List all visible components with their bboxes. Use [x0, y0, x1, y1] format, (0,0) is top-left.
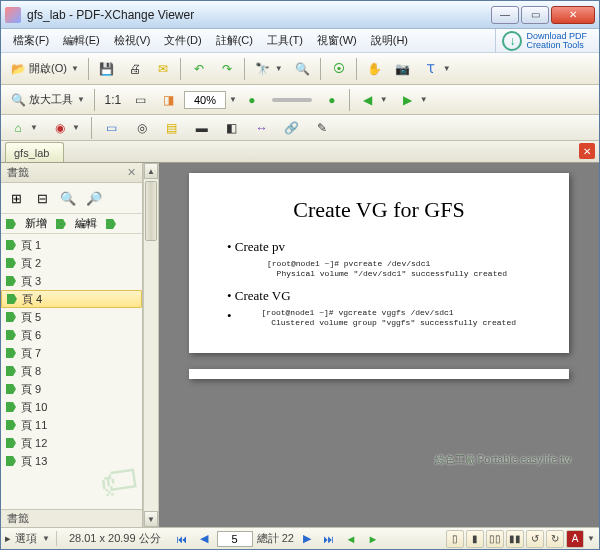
adobe-icon[interactable]: A [566, 530, 584, 548]
bookmark-flag-icon [5, 455, 17, 467]
open-button[interactable]: 📂開啟(O)▼ [5, 57, 84, 81]
ocr-button[interactable]: ⦿ [326, 57, 352, 81]
continuous-facing-button[interactable]: ▮▮ [506, 530, 524, 548]
bookmark-item[interactable]: 頁 11 [1, 416, 142, 434]
download-creation-tools[interactable]: ↓ Download PDFCreation Tools [495, 29, 593, 53]
rect-tool[interactable]: ▭ [99, 116, 125, 140]
bookmark-flag-icon [5, 311, 17, 323]
link-tool[interactable]: 🔗 [279, 116, 305, 140]
prev-view-button[interactable]: ◄ [342, 530, 360, 548]
toolbar-main: 📂開啟(O)▼ 💾 🖨 ✉ ↶ ↷ 🔭▼ 🔍 ⦿ ✋ 📷 Ꚍ▼ [1, 53, 599, 85]
bookmark-item[interactable]: 頁 4 [1, 290, 142, 308]
custom-button[interactable]: ◉▼ [47, 116, 85, 140]
first-page-button[interactable]: ⏮ [173, 530, 191, 548]
menu-edit[interactable]: 編輯(E) [57, 31, 106, 50]
scroll-down-button[interactable]: ▼ [144, 511, 158, 527]
bookmark-item[interactable]: 頁 6 [1, 326, 142, 344]
search-button[interactable]: 🔍 [290, 57, 316, 81]
bookmark-item[interactable]: 頁 10 [1, 398, 142, 416]
continuous-button[interactable]: ▮ [466, 530, 484, 548]
fit-page-button[interactable]: ▭ [128, 88, 154, 112]
actual-size-button[interactable]: 1:1 [100, 88, 126, 112]
callout-tool[interactable]: ◧ [219, 116, 245, 140]
scroll-thumb[interactable] [145, 181, 157, 241]
facing-button[interactable]: ▯▯ [486, 530, 504, 548]
menu-file[interactable]: 檔案(F) [7, 31, 55, 50]
menu-document[interactable]: 文件(D) [158, 31, 207, 50]
bookmark-item[interactable]: 頁 3 [1, 272, 142, 290]
pdf-viewport[interactable]: Create VG for GFS • Create pv [root@node… [159, 163, 599, 527]
bookmark-item[interactable]: 頁 7 [1, 344, 142, 362]
menu-tools[interactable]: 工具(T) [261, 31, 309, 50]
email-button[interactable]: ✉ [150, 57, 176, 81]
collapse-icon[interactable]: ▸ [5, 532, 11, 545]
close-tab-button[interactable]: ✕ [579, 143, 595, 159]
collapse-all-button[interactable]: ⊟ [31, 187, 53, 209]
zoom-out-button[interactable]: ● [239, 88, 265, 112]
snapshot-tool[interactable]: 📷 [390, 57, 416, 81]
nav-fwd-button[interactable]: ▶▼ [395, 88, 433, 112]
maximize-button[interactable]: ▭ [521, 6, 549, 24]
note-tool[interactable]: ▤ [159, 116, 185, 140]
save-button[interactable]: 💾 [94, 57, 120, 81]
bm-zoom-out[interactable]: 🔎 [83, 187, 105, 209]
menu-comment[interactable]: 註解(C) [210, 31, 259, 50]
bookmark-item[interactable]: 頁 9 [1, 380, 142, 398]
highlight-tool[interactable]: ▬ [189, 116, 215, 140]
menu-view[interactable]: 檢視(V) [108, 31, 157, 50]
fit-width-button[interactable]: ◨ [156, 88, 182, 112]
bookmark-item[interactable]: 頁 2 [1, 254, 142, 272]
zoom-input[interactable] [184, 91, 226, 109]
nav-back-button[interactable]: ◀▼ [355, 88, 393, 112]
bm-zoom-in[interactable]: 🔍 [57, 187, 79, 209]
bookmark-item[interactable]: 頁 12 [1, 434, 142, 452]
minus-icon: ● [244, 92, 260, 108]
link-icon: 🔗 [284, 120, 300, 136]
menubar: 檔案(F) 編輯(E) 檢視(V) 文件(D) 註解(C) 工具(T) 視窗(W… [1, 29, 599, 53]
document-tab[interactable]: gfs_lab [5, 142, 64, 162]
zoom-dropdown[interactable]: ▼ [229, 95, 237, 104]
menu-window[interactable]: 視窗(W) [311, 31, 363, 50]
bookmark-item[interactable]: 頁 8 [1, 362, 142, 380]
bookmark-flag-icon [5, 329, 17, 341]
bookmark-flag-icon [5, 419, 17, 431]
distance-tool[interactable]: ↔ [249, 116, 275, 140]
close-panel-button[interactable]: ✕ [127, 166, 136, 179]
bookmark-item[interactable]: 頁 1 [1, 236, 142, 254]
print-button[interactable]: 🖨 [122, 57, 148, 81]
expand-all-button[interactable]: ⊞ [5, 187, 27, 209]
find-button[interactable]: 🔭▼ [250, 57, 288, 81]
next-page-button[interactable]: ▶ [298, 530, 316, 548]
undo-button[interactable]: ↶ [186, 57, 212, 81]
scroll-up-button[interactable]: ▲ [144, 163, 158, 179]
new-bookmark-button[interactable]: 新增 [25, 216, 47, 231]
prev-page-button[interactable]: ◀ [195, 530, 213, 548]
next-view-button[interactable]: ► [364, 530, 382, 548]
sidebar-scrollbar[interactable]: ▲ ▼ [143, 163, 159, 527]
menu-help[interactable]: 說明(H) [365, 31, 414, 50]
document-tabstrip: gfs_lab ✕ [1, 141, 599, 163]
pencil-tool[interactable]: ✎ [309, 116, 335, 140]
single-page-button[interactable]: ▯ [446, 530, 464, 548]
minimize-button[interactable]: — [491, 6, 519, 24]
edit-bookmark-button[interactable]: 編輯 [75, 216, 97, 231]
home-button[interactable]: ⌂▼ [5, 116, 43, 140]
close-button[interactable]: ✕ [551, 6, 595, 24]
hand-tool[interactable]: ✋ [362, 57, 388, 81]
page-number-input[interactable] [217, 531, 253, 547]
stamp-tool[interactable]: ◎ [129, 116, 155, 140]
app-icon [5, 7, 21, 23]
page-dimensions: 28.01 x 20.99 公分 [61, 531, 169, 546]
arrow-left-icon: ◀ [360, 92, 376, 108]
rotate-cw-button[interactable]: ↻ [546, 530, 564, 548]
zoom-slider[interactable] [267, 88, 317, 112]
bookmarks-list: 🏷 頁 1頁 2頁 3頁 4頁 5頁 6頁 7頁 8頁 9頁 10頁 11頁 1… [1, 234, 142, 509]
select-tool[interactable]: Ꚍ▼ [418, 57, 456, 81]
options-button[interactable]: 選項 [15, 531, 37, 546]
last-page-button[interactable]: ⏭ [320, 530, 338, 548]
bookmark-item[interactable]: 頁 5 [1, 308, 142, 326]
zoom-tool-button[interactable]: 🔍放大工具▼ [5, 88, 90, 112]
redo-button[interactable]: ↷ [214, 57, 240, 81]
rotate-ccw-button[interactable]: ↺ [526, 530, 544, 548]
zoom-in-button[interactable]: ● [319, 88, 345, 112]
